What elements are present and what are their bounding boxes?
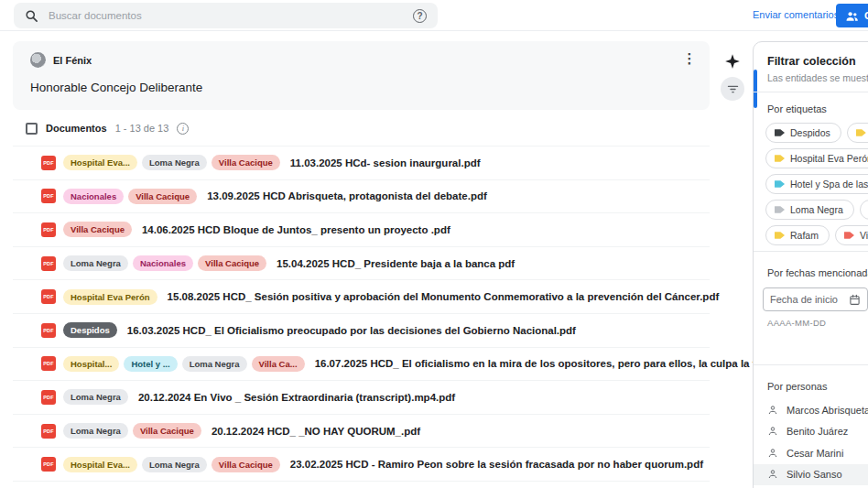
document-tag: Hospital Eva Perón: [63, 289, 157, 305]
document-tag: Hospital Eva...: [63, 457, 137, 472]
help-icon[interactable]: ?: [413, 9, 427, 23]
document-tag: Villa Cacique: [133, 423, 201, 439]
people-icon: [845, 10, 859, 22]
person-filter-item[interactable]: Marcos Abrisqueta: [754, 399, 868, 421]
tag-label-icon: [844, 231, 854, 240]
filter-chip-label: Loma Negra: [790, 204, 843, 215]
person-icon: [767, 405, 778, 416]
ai-sparkle-icon[interactable]: [724, 53, 741, 70]
document-row[interactable]: PDFDespidos16.03.2025 HCD_ El Oficialism…: [13, 314, 710, 348]
filter-chip[interactable]: Villa Ca: [835, 225, 868, 245]
share-button[interactable]: Co: [836, 4, 868, 27]
document-filename: 16.03.2025 HCD_ El Oficialismo preocupad…: [127, 325, 576, 336]
label-chip-row: Loma NegraN: [765, 200, 868, 220]
filter-chip-label: Hospital Eva Perón: [790, 153, 868, 164]
filter-icon: [726, 82, 740, 96]
person-filter-item[interactable]: Benito Juárez: [754, 421, 868, 443]
document-tag: Villa Cacique: [128, 189, 197, 204]
document-tag: Villa Cacique: [212, 457, 280, 472]
start-date-input[interactable]: Fecha de inicio: [763, 287, 868, 311]
people-list: Marcos AbrisquetaBenito JuárezCesar Mari…: [754, 399, 868, 485]
search-placeholder: Buscar documentos: [49, 10, 403, 21]
tag-label-icon: [775, 179, 785, 189]
calendar-icon: [849, 294, 861, 306]
tag-label-icon: [775, 231, 785, 240]
filter-toggle-button[interactable]: [721, 77, 744, 101]
filter-chip[interactable]: N: [860, 200, 868, 220]
select-all-checkbox[interactable]: [26, 123, 38, 135]
date-format-hint: AAAA-MM-DD: [767, 318, 826, 328]
document-tag: Villa Cacique: [212, 155, 280, 170]
label-chip-row: DespidosEsta: [765, 123, 868, 143]
filter-chip[interactable]: Rafam: [765, 225, 830, 245]
label-chip-row: RafamVilla Ca: [765, 225, 868, 245]
panel-scrollbar[interactable]: [754, 70, 757, 108]
pdf-icon: PDF: [41, 424, 56, 439]
pdf-icon: PDF: [41, 222, 56, 237]
document-tag: Loma Negra: [63, 423, 128, 439]
document-row[interactable]: PDFHospital...Hotel y ...Loma NegraVilla…: [13, 348, 710, 382]
person-name: Marcos Abrisqueta: [787, 405, 868, 416]
filter-chip-label: Hotel y Spa de las Sie: [790, 179, 868, 190]
document-filename: 14.06.2025 HCD Bloque de Juntos_ present…: [142, 224, 450, 235]
pdf-icon: PDF: [41, 323, 56, 338]
document-list: PDFHospital Eva...Loma NegraVilla Caciqu…: [13, 146, 710, 482]
tag-label-icon: [856, 128, 866, 137]
filter-chip-label: Villa Ca: [860, 230, 868, 241]
pdf-icon: PDF: [41, 390, 56, 405]
page-title: Honorable Concejo Deliberante: [30, 81, 202, 94]
document-row[interactable]: PDFHospital Eva...Loma NegraVilla Caciqu…: [13, 448, 710, 482]
tag-label-icon: [775, 128, 785, 137]
filter-panel-title: Filtrar colección: [767, 55, 856, 68]
filter-chip[interactable]: Despidos: [765, 123, 841, 143]
document-filename: 23.02.2025 HCD - Ramiro Peon sobre la se…: [290, 459, 703, 470]
document-row[interactable]: PDFLoma Negra20.12.2024 En Vivo _ Sesión…: [13, 381, 710, 415]
person-filter-item[interactable]: Silvio Sanso: [754, 464, 868, 486]
person-filter-item[interactable]: Cesar Marini: [754, 442, 868, 464]
document-tag: Loma Negra: [182, 356, 247, 372]
more-options-button[interactable]: ⋮: [682, 50, 697, 67]
pdf-icon: PDF: [41, 289, 56, 304]
document-tag: Loma Negra: [63, 389, 128, 405]
search-icon: [25, 9, 38, 23]
person-icon: [767, 469, 778, 480]
person-name: Silvio Sanso: [787, 469, 842, 480]
document-tag: Villa Cacique: [63, 222, 132, 237]
label-chip-list: DespidosEstaHospital Eva PerónHotel y Sp…: [765, 123, 868, 251]
document-filename: 15.04.2025 HCD_ Presidente baja a la ban…: [277, 258, 515, 269]
filter-chip[interactable]: Hotel y Spa de las Sie: [765, 174, 868, 194]
label-chip-row: Hotel y Spa de las Sie: [765, 174, 868, 194]
people-section-title: Por personas: [767, 381, 827, 392]
filter-chip[interactable]: Esta: [847, 123, 868, 143]
divider: [754, 364, 868, 365]
divider: [754, 251, 868, 252]
filter-chip[interactable]: Hospital Eva Perón: [765, 148, 868, 168]
share-button-label: Co: [864, 10, 868, 21]
document-tag: Loma Negra: [142, 457, 207, 472]
pdf-icon: PDF: [41, 457, 56, 472]
document-row[interactable]: PDFHospital Eva...Loma NegraVilla Caciqu…: [13, 146, 710, 180]
document-tag: Despidos: [63, 322, 117, 338]
document-row[interactable]: PDFVilla Cacique14.06.2025 HCD Bloque de…: [13, 213, 710, 247]
document-filename: 20.12.2024 En Vivo _ Sesión Extraordinar…: [138, 392, 455, 403]
tag-label-icon: [775, 205, 785, 214]
document-row[interactable]: PDFHospital Eva Perón15.08.2025 HCD_ Ses…: [13, 280, 710, 314]
document-tag: Hospital...: [63, 356, 119, 372]
document-row[interactable]: PDFLoma NegraNacionalesVilla Cacique15.0…: [13, 247, 710, 281]
search-input[interactable]: Buscar documentos ?: [14, 3, 438, 28]
filter-chip[interactable]: Loma Negra: [765, 200, 854, 220]
filter-chip-label: Despidos: [790, 127, 830, 138]
collection-header-card: El Fénix ⋮ Honorable Concejo Deliberante: [13, 41, 710, 110]
info-icon[interactable]: i: [177, 123, 189, 135]
document-tag: Nacionales: [63, 189, 124, 204]
document-row[interactable]: PDFLoma NegraVilla Cacique20.12.2024 HCD…: [13, 415, 710, 449]
collection-name: El Fénix: [53, 55, 92, 66]
tag-label-icon: [775, 154, 785, 163]
document-tag: Hotel y ...: [124, 356, 177, 372]
document-tag: Loma Negra: [142, 155, 207, 170]
filter-panel: Filtrar colección Las entidades se muest…: [753, 41, 868, 488]
document-row[interactable]: PDFNacionalesVilla Cacique13.09.2025 HCD…: [13, 180, 710, 214]
send-feedback-link[interactable]: Enviar comentarios: [753, 9, 839, 20]
dates-section-title: Por fechas mencionadas: [767, 267, 868, 278]
document-filename: 20.12.2024 HCD_ _NO HAY QUORUM_.pdf: [212, 426, 420, 437]
